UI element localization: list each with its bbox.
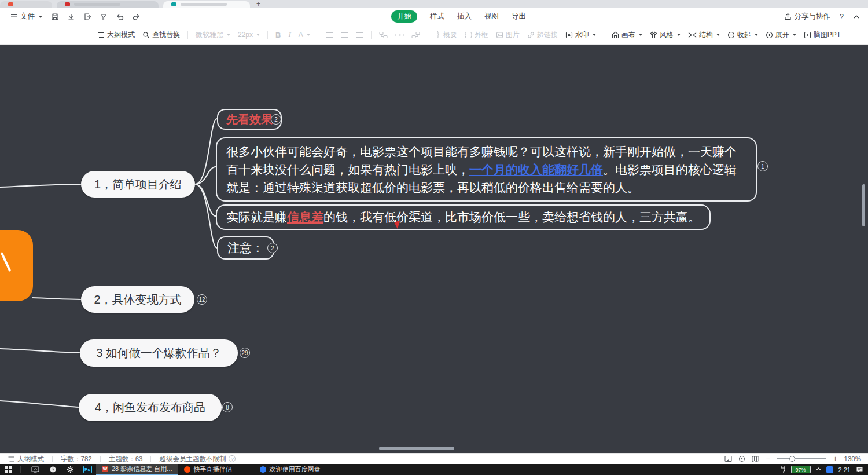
tab-start[interactable]: 开始 [391, 10, 417, 23]
taskbar-window-wps[interactable]: W 28 影票信息差 自用... [96, 464, 178, 475]
child-node-paragraph-1[interactable]: 很多小伙伴可能会好奇，电影票这个项目能有多赚钱呢？可以这样说，新手刚开始做，一天… [216, 137, 757, 202]
power-plug-icon[interactable] [780, 466, 786, 473]
save-button[interactable] [48, 10, 62, 23]
root-topic-text-fragment [1, 252, 12, 272]
browser-tab-2[interactable] [57, 1, 159, 8]
clock[interactable]: 2:21 [838, 466, 851, 473]
mindmap-ppt-button[interactable]: 脑图PPT [804, 30, 841, 40]
zoom-in-button[interactable]: + [833, 456, 837, 462]
chevron-down-icon [227, 34, 230, 36]
insert-child-button[interactable] [395, 31, 404, 39]
collapse-toolbar-icon[interactable] [853, 13, 860, 20]
structure-icon [688, 31, 697, 39]
canvas-button[interactable]: 画布 [612, 30, 642, 40]
collapsed-count-badge[interactable]: 12 [197, 294, 207, 305]
battery-indicator[interactable]: 97% [791, 466, 811, 473]
locate-center-icon[interactable] [738, 455, 745, 462]
tab-export[interactable]: 导出 [512, 12, 526, 21]
tray-expand-chevron[interactable] [816, 467, 821, 473]
divider [100, 456, 101, 462]
file-menu[interactable]: 文件 [7, 10, 46, 23]
find-replace-button[interactable]: 查找替换 [142, 30, 180, 40]
vertical-scrollbar[interactable] [862, 184, 865, 226]
expand-button[interactable]: 展开 [766, 30, 796, 40]
collapsed-count-badge[interactable]: 1 [757, 161, 768, 171]
browser-tab-1[interactable] [0, 1, 52, 8]
tab-title-ghost [74, 3, 120, 6]
collapsed-count-badge[interactable]: 29 [240, 348, 250, 358]
tab-insert[interactable]: 插入 [457, 12, 472, 21]
photoshop-taskbar-icon[interactable]: Ps [79, 466, 96, 473]
minimap-icon[interactable] [752, 455, 759, 462]
export-button[interactable] [80, 10, 94, 23]
mindmap-canvas[interactable]: 1，简单项目介绍 先看效果 2 很多小伙伴可能会好奇，电影票这个项目能有多赚钱呢… [0, 45, 868, 453]
branch-node-4[interactable]: 4，闲鱼发布发布商品 [79, 394, 222, 421]
zoom-slider-knob[interactable] [789, 456, 795, 462]
divider [318, 31, 318, 39]
structure-button[interactable]: 结构 [688, 30, 720, 40]
align-right-button[interactable] [356, 31, 363, 39]
zoom-slider[interactable] [777, 458, 826, 459]
link-icon [527, 31, 535, 39]
child-node-note[interactable]: 注意： [217, 236, 274, 260]
font-size-select[interactable]: 22px [238, 31, 260, 39]
clock-tray-icon[interactable] [44, 466, 61, 473]
download-button[interactable] [64, 10, 78, 23]
root-topic-node[interactable] [0, 230, 33, 301]
tab-favicon [171, 2, 176, 6]
style-button[interactable]: 风格 [650, 30, 681, 40]
font-family-select[interactable]: 微软雅黑 [196, 30, 230, 40]
redo-button[interactable] [129, 10, 143, 23]
outer-frame-button[interactable]: 外框 [465, 30, 488, 40]
tab-view[interactable]: 视图 [484, 12, 499, 21]
insert-parent-button[interactable] [411, 31, 420, 39]
format-painter-button[interactable] [97, 10, 111, 23]
watermark-button[interactable]: 水印 [565, 30, 596, 40]
collapsed-count-badge[interactable]: 2 [271, 114, 281, 125]
tray-app-icon[interactable] [826, 466, 833, 473]
collapsed-count-badge[interactable]: 8 [222, 402, 233, 412]
branch-node-2[interactable]: 2，具体变现方式 [81, 286, 194, 313]
align-center-button[interactable] [341, 31, 348, 39]
tab-style[interactable]: 样式 [430, 12, 444, 21]
help-button[interactable]: ? [840, 13, 844, 21]
hyperlink-button[interactable]: 超链接 [527, 30, 558, 40]
fit-screen-icon[interactable] [724, 455, 732, 462]
summary-button[interactable]: 概要 [436, 30, 457, 40]
taskbar-window-kuaishou[interactable]: 快手直播伴侣 [178, 464, 238, 475]
undo-button[interactable] [113, 10, 127, 23]
divider [428, 31, 428, 39]
collapsed-count-badge[interactable]: 2 [267, 243, 278, 253]
branch-node-3[interactable]: 3 如何做一个爆款作品？ [80, 339, 238, 367]
notification-center-icon[interactable] [856, 466, 863, 473]
bold-button[interactable]: B [275, 31, 281, 39]
help-icon[interactable]: ? [229, 455, 236, 462]
start-button[interactable] [5, 466, 12, 473]
taskbar-window-title: 欢迎使用百度网盘 [270, 465, 321, 474]
outline-mode-status[interactable]: 大纲模式 [8, 455, 44, 463]
status-bar: 大纲模式 字数：782 主题数：63 超级会员主题数不限制? − + 130% [0, 453, 868, 464]
image-button[interactable]: 图片 [496, 30, 520, 40]
new-tab-button[interactable]: + [256, 1, 260, 8]
outline-icon [8, 456, 14, 462]
screen-share-tray-icon[interactable] [27, 466, 44, 473]
browser-tab-active[interactable] [163, 1, 250, 8]
taskbar-window-baidupan[interactable]: 欢迎使用百度网盘 [254, 464, 326, 475]
share-button[interactable]: 分享与协作 [784, 12, 831, 21]
italic-button[interactable]: I [288, 30, 290, 39]
outline-mode-button[interactable]: 大纲模式 [97, 30, 135, 40]
divider [371, 31, 372, 39]
collapse-button[interactable]: 收起 [727, 30, 758, 40]
divider [150, 456, 151, 462]
child-node-paragraph-2[interactable]: 实际就是赚信息差的钱，我有低价渠道，比市场价低一些，卖给想省钱的人，三方共赢。 [216, 204, 711, 230]
font-color-button[interactable]: A [299, 31, 310, 39]
align-left-button[interactable] [326, 31, 333, 39]
branch-node-2-label: 2，具体变现方式 [94, 292, 181, 308]
horizontal-scrollbar[interactable] [379, 447, 454, 450]
zoom-out-button[interactable]: − [766, 456, 770, 462]
insert-sibling-button[interactable] [379, 31, 388, 39]
settings-tray-icon[interactable] [61, 466, 79, 473]
format-painter-icon [100, 13, 108, 21]
branch-node-1[interactable]: 1，简单项目介绍 [81, 171, 195, 198]
windows-taskbar: Ps W 28 影票信息差 自用... 快手直播伴侣 欢迎使用百度网盘 97% … [0, 464, 868, 475]
